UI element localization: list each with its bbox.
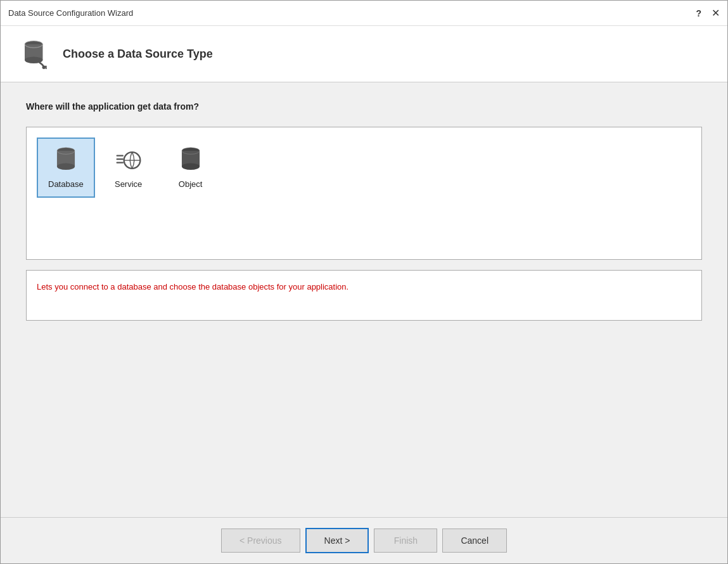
header-database-icon bbox=[20, 39, 50, 69]
next-button[interactable]: Next > bbox=[305, 528, 369, 553]
option-object[interactable]: Object bbox=[162, 138, 219, 198]
title-bar: Data Source Configuration Wizard ? ✕ bbox=[1, 1, 727, 26]
window-title: Data Source Configuration Wizard bbox=[8, 8, 133, 18]
description-text: Lets you connect to a database and choos… bbox=[37, 282, 348, 292]
section-question: Where will the application get data from… bbox=[26, 101, 702, 112]
object-option-icon bbox=[177, 146, 205, 174]
svg-point-7 bbox=[57, 163, 75, 170]
help-button[interactable]: ? bbox=[696, 8, 701, 18]
close-button[interactable]: ✕ bbox=[712, 7, 720, 19]
wizard-window: Data Source Configuration Wizard ? ✕ Cho… bbox=[0, 0, 728, 564]
title-bar-controls: ? ✕ bbox=[696, 7, 720, 19]
footer: < Previous Next > Finish Cancel bbox=[1, 517, 727, 563]
header-title: Choose a Data Source Type bbox=[63, 48, 213, 61]
main-content: Where will the application get data from… bbox=[1, 82, 727, 517]
option-service[interactable]: Service bbox=[100, 138, 157, 198]
database-option-icon bbox=[52, 146, 80, 174]
options-box: Database Service bbox=[26, 127, 702, 260]
service-option-icon bbox=[115, 146, 143, 174]
option-database[interactable]: Database bbox=[37, 138, 95, 198]
finish-button[interactable]: Finish bbox=[374, 529, 437, 553]
header-section: Choose a Data Source Type bbox=[1, 26, 727, 82]
description-box: Lets you connect to a database and choos… bbox=[26, 270, 702, 321]
option-database-label: Database bbox=[48, 179, 84, 189]
svg-point-16 bbox=[182, 163, 200, 170]
previous-button[interactable]: < Previous bbox=[221, 529, 300, 553]
cancel-button[interactable]: Cancel bbox=[442, 529, 507, 553]
option-service-label: Service bbox=[115, 179, 142, 189]
option-object-label: Object bbox=[179, 179, 203, 189]
spacer bbox=[26, 331, 702, 498]
